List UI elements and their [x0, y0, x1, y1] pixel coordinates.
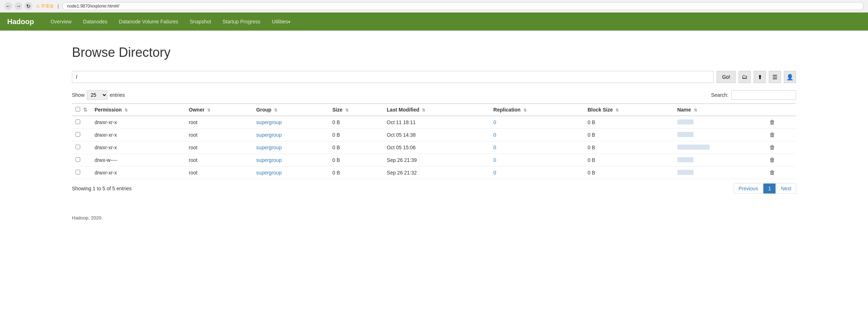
nav-overview[interactable]: Overview — [45, 13, 77, 30]
cell-last-modified-2: Oct 05 15:06 — [383, 141, 490, 154]
cell-block-size-2: 0 B — [584, 141, 673, 154]
delete-btn-0[interactable]: 🗑 — [769, 119, 775, 126]
cell-size-2: 0 B — [329, 141, 383, 154]
cell-delete-3: 🗑 — [766, 154, 796, 167]
path-input[interactable] — [72, 71, 714, 83]
delete-btn-2[interactable]: 🗑 — [769, 144, 775, 151]
table-row: drwx-w---- root supergroup 0 B Sep 26 21… — [72, 154, 796, 167]
sort-last-modified-icon: ⇅ — [422, 108, 425, 112]
reload-button[interactable]: ↻ — [24, 2, 32, 10]
pagination: Previous 1 Next — [734, 183, 796, 194]
table-row: drwxr-xr-x root supergroup 0 B Oct 11 18… — [72, 116, 796, 129]
row-checkbox-3[interactable] — [76, 157, 80, 162]
entries-label: entries — [110, 92, 125, 98]
cell-block-size-1: 0 B — [584, 129, 673, 141]
nav-datanodes[interactable]: Datanodes — [77, 13, 113, 30]
delete-btn-3[interactable]: 🗑 — [769, 157, 775, 163]
cell-block-size-4: 0 B — [584, 167, 673, 179]
url-divider: | — [58, 4, 59, 9]
show-label: Show — [72, 92, 85, 98]
upload-icon-btn[interactable]: ⬆ — [754, 71, 766, 83]
cell-permission-1: drwxr-xr-x — [91, 129, 185, 141]
nav-utilities[interactable]: Utilities — [266, 13, 296, 30]
col-permission[interactable]: Permission ⇅ — [91, 104, 185, 116]
nav-snapshot[interactable]: Snapshot — [184, 13, 217, 30]
back-button[interactable]: ← — [4, 2, 12, 10]
cell-replication-4[interactable]: 0 — [490, 167, 584, 179]
delete-btn-4[interactable]: 🗑 — [769, 169, 775, 176]
col-size[interactable]: Size ⇅ — [329, 104, 383, 116]
cell-size-1: 0 B — [329, 129, 383, 141]
search-input[interactable] — [731, 90, 796, 100]
cell-group-3[interactable]: supergroup — [253, 154, 329, 167]
cell-name-4 — [674, 167, 766, 179]
col-actions — [766, 104, 796, 116]
folder-icon-btn[interactable]: 🗂 — [739, 71, 751, 83]
col-owner[interactable]: Owner ⇅ — [185, 104, 253, 116]
cell-replication-3[interactable]: 0 — [490, 154, 584, 167]
forward-button[interactable]: → — [14, 2, 22, 10]
navbar: Hadoop Overview Datanodes Datanode Volum… — [0, 13, 868, 31]
cell-name-1 — [674, 129, 766, 141]
cell-group-0[interactable]: supergroup — [253, 116, 329, 129]
page-footer: Hadoop, 2020. — [72, 215, 796, 221]
cell-permission-4: drwxr-xr-x — [91, 167, 185, 179]
col-group[interactable]: Group ⇅ — [253, 104, 329, 116]
address-bar[interactable]: node1:9870/explorer.html#/ — [62, 2, 864, 10]
cell-owner-2: root — [185, 141, 253, 154]
cell-block-size-0: 0 B — [584, 116, 673, 129]
sort-group-icon: ⇅ — [274, 108, 277, 112]
cell-name-3 — [674, 154, 766, 167]
cell-group-1[interactable]: supergroup — [253, 129, 329, 141]
col-last-modified[interactable]: Last Modified ⇅ — [383, 104, 490, 116]
cell-block-size-3: 0 B — [584, 154, 673, 167]
entries-select[interactable]: 25 50 100 — [87, 90, 108, 100]
table-row: drwxr-xr-x root supergroup 0 B Oct 05 14… — [72, 129, 796, 141]
user-icon-btn[interactable]: 👤 — [784, 71, 796, 83]
cell-replication-2[interactable]: 0 — [490, 141, 584, 154]
cell-last-modified-4: Sep 26 21:32 — [383, 167, 490, 179]
sort-name-icon: ⇅ — [694, 108, 697, 112]
cell-group-4[interactable]: supergroup — [253, 167, 329, 179]
row-checkbox-2[interactable] — [76, 145, 80, 149]
row-checkbox-4[interactable] — [76, 170, 80, 174]
security-warning: ⚠ 不安全 — [36, 3, 54, 9]
cell-delete-0: 🗑 — [766, 116, 796, 129]
cell-last-modified-3: Sep 26 21:39 — [383, 154, 490, 167]
cell-permission-3: drwx-w---- — [91, 154, 185, 167]
col-replication[interactable]: Replication ⇅ — [490, 104, 584, 116]
browser-bar: ← → ↻ ⚠ 不安全 | node1:9870/explorer.html#/ — [0, 0, 868, 13]
sort-owner-icon: ⇅ — [207, 108, 210, 112]
showing-label: Showing 1 to 5 of 5 entries — [72, 186, 132, 191]
col-name[interactable]: Name ⇅ — [674, 104, 766, 116]
cell-last-modified-0: Oct 11 18:11 — [383, 116, 490, 129]
row-checkbox-0[interactable] — [76, 119, 80, 124]
row-checkbox-1[interactable] — [76, 132, 80, 137]
cell-owner-0: root — [185, 116, 253, 129]
cell-replication-1[interactable]: 0 — [490, 129, 584, 141]
brand-logo[interactable]: Hadoop — [7, 18, 34, 26]
cell-permission-2: drwxr-xr-x — [91, 141, 185, 154]
cell-permission-0: drwxr-xr-x — [91, 116, 185, 129]
previous-button[interactable]: Previous — [734, 183, 763, 194]
cell-replication-0[interactable]: 0 — [490, 116, 584, 129]
delete-btn-1[interactable]: 🗑 — [769, 132, 775, 138]
col-block-size[interactable]: Block Size ⇅ — [584, 104, 673, 116]
sort-block-size-icon: ⇅ — [615, 108, 619, 112]
select-all-checkbox[interactable] — [76, 107, 80, 112]
list-icon-btn[interactable]: ☰ — [769, 71, 781, 83]
page-1-button[interactable]: 1 — [763, 183, 776, 194]
cell-last-modified-1: Oct 05 14:38 — [383, 129, 490, 141]
cell-size-4: 0 B — [329, 167, 383, 179]
cell-group-2[interactable]: supergroup — [253, 141, 329, 154]
cell-name-2 — [674, 141, 766, 154]
nav-datanode-volume-failures[interactable]: Datanode Volume Failures — [113, 13, 184, 30]
cell-owner-3: root — [185, 154, 253, 167]
sort-replication-icon: ⇅ — [523, 108, 527, 112]
go-button[interactable]: Go! — [717, 71, 736, 83]
table-footer: Showing 1 to 5 of 5 entries Previous 1 N… — [72, 183, 796, 194]
main-content: Browse Directory Go! 🗂 ⬆ ☰ 👤 Show 25 50 … — [0, 31, 868, 235]
nav-startup-progress[interactable]: Startup Progress — [217, 13, 266, 30]
table-row: drwxr-xr-x root supergroup 0 B Sep 26 21… — [72, 167, 796, 179]
next-button[interactable]: Next — [776, 183, 796, 194]
